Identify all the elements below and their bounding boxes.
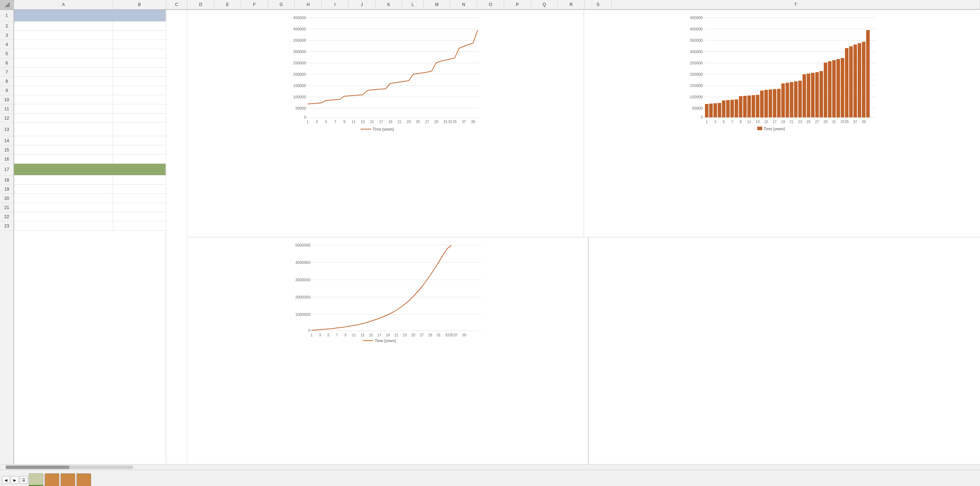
svg-text:3: 3 [319,333,321,337]
svg-text:2000000: 2000000 [295,295,310,299]
svg-text:250000: 250000 [293,61,307,65]
svg-rect-70 [735,99,738,118]
dp-row-20 [14,194,166,203]
svg-text:35: 35 [453,120,457,124]
svg-marker-0 [5,2,10,7]
tab-prev-button[interactable]: ◀ [2,476,10,484]
rn-1: 1 [0,10,13,22]
dp-row-23 [14,221,166,231]
dp-row-13 [14,123,166,136]
svg-rect-89 [815,72,819,118]
svg-text:5: 5 [325,120,327,124]
empty-15a [14,145,113,154]
svg-text:33: 33 [840,120,845,124]
wealth-line-svg: 5000000 4000000 3000000 2000000 1000000 … [292,242,483,341]
svg-text:11: 11 [747,120,751,124]
dp-row-10 [14,95,166,104]
tab-retirement[interactable] [76,473,91,486]
scrollbar-row[interactable] [0,464,980,470]
tab-inputs-outputs[interactable] [29,473,43,486]
empty-16a [14,155,113,163]
svg-rect-81 [781,83,785,118]
svg-rect-101 [866,30,870,118]
rn-7: 7 [0,68,13,77]
rn-17: 17 [0,164,13,175]
empty-20b [113,194,166,203]
col-header-g: G [268,0,295,9]
interest-rate-val[interactable] [113,95,166,104]
savings-rate-val[interactable] [113,86,166,95]
svg-text:25: 25 [416,120,420,124]
row-numbers: 1 2 3 4 5 6 7 8 9 10 11 12 13 14 15 16 1… [0,10,14,464]
svg-rect-84 [794,81,797,118]
rn-23: 23 [0,221,13,231]
col-header-n: N [450,0,477,9]
svg-rect-68 [726,100,730,118]
svg-rect-82 [786,83,789,118]
tab-salary[interactable] [45,473,59,486]
years-to-ret-val[interactable] [113,185,166,193]
tab-next-button[interactable]: ▶ [11,476,19,484]
salary-bar-svg: 450000 400000 350000 300000 250000 20000… [687,14,878,124]
inputs-header[interactable] [14,10,166,21]
outputs-header[interactable] [14,164,166,175]
svg-rect-71 [739,96,743,118]
svg-rect-100 [862,42,865,118]
svg-text:35: 35 [845,120,849,124]
col-living-val[interactable] [113,49,166,58]
dp-row-18 [14,175,166,185]
desired-cash-val[interactable] [113,175,166,184]
svg-rect-86 [802,74,806,118]
col-header-t: T [612,0,980,9]
empty-22a [14,212,113,221]
wealth-inputs-label [14,77,113,86]
svg-text:150000: 150000 [293,83,307,88]
rn-14: 14 [0,136,13,145]
svg-text:19: 19 [388,120,393,124]
col-header-c: C [166,0,188,9]
tab-menu-button[interactable]: ☰ [20,476,27,484]
annual-cash-label [14,123,113,136]
svg-text:150000: 150000 [690,83,703,88]
savings-rate-label [14,86,113,95]
retirement-inputs-val [113,113,166,123]
svg-rect-88 [811,73,815,118]
empty-16b [113,155,166,163]
tab-wealth[interactable] [60,473,75,486]
salary-inputs-label [14,22,113,30]
svg-text:300000: 300000 [293,49,307,54]
dp-row-21 [14,203,166,212]
svg-rect-95 [841,58,844,118]
svg-rect-93 [832,60,836,118]
svg-rect-66 [718,103,721,118]
svg-text:13: 13 [756,120,760,124]
svg-text:4000000: 4000000 [295,260,310,265]
svg-rect-97 [849,46,853,118]
svg-text:31: 31 [437,333,441,337]
svg-text:15: 15 [369,333,373,337]
svg-text:23: 23 [798,120,802,124]
svg-text:19: 19 [386,333,390,337]
col-header-a: A [14,0,113,9]
svg-text:400000: 400000 [690,27,703,31]
rn-12: 12 [0,113,13,123]
scrollbar-track[interactable] [6,465,133,469]
empty-11a [14,104,113,113]
years-retirement-val[interactable] [113,136,166,145]
starting-salary-val[interactable] [113,31,166,40]
charts-top-row: 450000 400000 350000 300000 250000 20000… [188,10,980,237]
promotions-val[interactable] [113,40,166,49]
rn-21: 21 [0,203,13,212]
annual-cash-val[interactable] [113,123,166,136]
salary-line-svg: 450000 400000 350000 300000 250000 20000… [290,14,481,124]
svg-text:450000: 450000 [293,16,307,20]
col-header-e: E [214,0,241,9]
svg-rect-122 [757,127,762,130]
svg-rect-79 [773,89,776,118]
promo-rate-val[interactable] [113,58,166,67]
starting-salary-label [14,31,113,40]
svg-text:7: 7 [334,120,336,124]
svg-rect-85 [798,81,802,118]
svg-text:25: 25 [807,120,811,124]
scrollbar-thumb[interactable] [6,465,69,469]
